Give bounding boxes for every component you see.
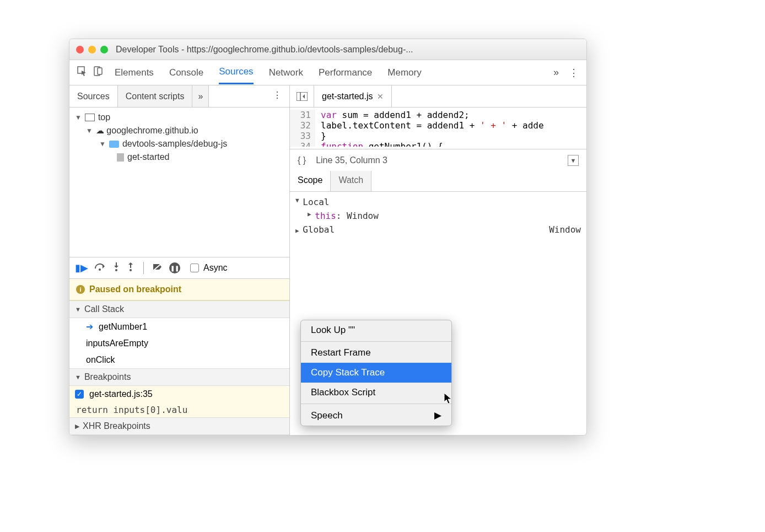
inspect-icon[interactable] — [77, 66, 87, 79]
cloud-icon: ☁ — [96, 126, 104, 136]
zoom-window-icon[interactable] — [100, 46, 108, 53]
ctx-lookup[interactable]: Look Up "" — [301, 320, 451, 340]
scope-tabs: Scope Watch — [290, 171, 586, 192]
ctx-restart-frame[interactable]: Restart Frame — [301, 343, 451, 363]
svg-rect-7 — [297, 92, 308, 101]
editor-statusbar: { } Line 35, Column 3 ▼ — [290, 149, 586, 171]
paused-text: Paused on breakpoint — [89, 284, 181, 294]
pretty-print-icon[interactable]: { } — [298, 155, 306, 165]
main-toolbar: Elements Console Sources Network Perform… — [69, 60, 586, 85]
code-editor[interactable]: 31var sum = addend1 + addend2; 32label.t… — [290, 108, 586, 149]
svg-point-5 — [130, 269, 132, 271]
file-icon — [117, 153, 124, 162]
xhr-breakpoints-header[interactable]: ▶XHR Breakpoints — [69, 417, 289, 435]
file-tree: ▼top ▼☁ googlechrome.github.io ▼devtools… — [69, 108, 289, 257]
tree-top[interactable]: ▼top — [75, 111, 284, 124]
minimize-window-icon[interactable] — [88, 46, 96, 53]
paused-banner: i Paused on breakpoint — [69, 279, 289, 300]
editor-tabs: get-started.js ✕ — [290, 85, 586, 108]
cursor-position: Line 35, Column 3 — [316, 155, 387, 165]
tree-file[interactable]: get-started — [75, 151, 284, 164]
subtab-more-icon[interactable]: » — [192, 85, 209, 107]
svg-rect-2 — [98, 68, 102, 74]
file-tab[interactable]: get-started.js ✕ — [314, 85, 392, 107]
tab-scope[interactable]: Scope — [290, 171, 331, 191]
breakpoint-checkbox[interactable]: ✓ — [75, 390, 84, 399]
step-into-icon[interactable] — [112, 262, 120, 273]
breakpoints-header[interactable]: ▼Breakpoints — [69, 368, 289, 386]
scope-this[interactable]: ▶ this: Window — [295, 209, 581, 223]
svg-point-3 — [99, 268, 101, 271]
stack-frame[interactable]: inputsAreEmpty — [69, 335, 289, 352]
ctx-copy-stack-trace[interactable]: Copy Stack Trace — [301, 363, 451, 383]
titlebar: Developer Tools - https://googlechrome.g… — [69, 39, 586, 60]
breakpoint-label: get-started.js:35 — [89, 389, 153, 399]
pause-on-exceptions-icon[interactable]: ❚❚ — [169, 262, 180, 273]
folder-icon — [109, 141, 119, 148]
deactivate-breakpoints-icon[interactable] — [153, 262, 163, 273]
traffic-lights — [76, 46, 108, 53]
call-stack-header[interactable]: ▼Call Stack — [69, 300, 289, 318]
tree-folder-label: devtools-samples/debug-js — [122, 139, 227, 149]
ctx-blackbox-script[interactable]: Blackbox Script — [301, 383, 451, 402]
tab-performance[interactable]: Performance — [319, 62, 372, 84]
navigator-pane: Sources Content scripts » ⋮ ▼top ▼☁ goog… — [69, 85, 290, 435]
tab-elements[interactable]: Elements — [115, 62, 154, 84]
window-title: Developer Tools - https://googlechrome.g… — [116, 45, 413, 55]
tree-file-label: get-started — [127, 152, 169, 162]
tree-folder[interactable]: ▼devtools-samples/debug-js — [75, 137, 284, 151]
panel-tabs: Elements Console Sources Network Perform… — [115, 61, 553, 84]
scope-local[interactable]: ▼ Local — [295, 195, 581, 209]
toggle-navigator-icon[interactable] — [290, 85, 314, 107]
async-toggle[interactable]: Async — [190, 263, 228, 273]
debugger-controls: ▮▶ ❚❚ Async — [69, 257, 289, 279]
tab-console[interactable]: Console — [169, 62, 203, 84]
subtab-sources[interactable]: Sources — [69, 85, 118, 107]
statusbar-dropdown-icon[interactable]: ▼ — [568, 155, 579, 166]
scope-global[interactable]: ▶ GlobalWindow — [295, 223, 581, 237]
device-toggle-icon[interactable] — [94, 66, 103, 79]
current-frame-icon: ➔ — [86, 321, 93, 332]
file-tab-label: get-started.js — [322, 92, 373, 101]
scope-panel: ▼ Local ▶ this: Window ▶ GlobalWindow — [290, 192, 586, 240]
svg-point-4 — [115, 269, 117, 271]
stack-frame[interactable]: onClick — [69, 352, 289, 368]
stack-frame-current[interactable]: ➔getNumber1 — [69, 318, 289, 335]
tab-network[interactable]: Network — [269, 62, 303, 84]
subtab-content-scripts[interactable]: Content scripts — [118, 85, 193, 107]
navigator-tabs: Sources Content scripts » ⋮ — [69, 85, 289, 108]
navigator-kebab-icon[interactable]: ⋮ — [265, 85, 289, 107]
settings-kebab-icon[interactable]: ⋮ — [569, 67, 579, 79]
info-icon: i — [76, 285, 85, 294]
tab-watch[interactable]: Watch — [331, 171, 371, 191]
tab-memory[interactable]: Memory — [387, 62, 421, 84]
resume-icon[interactable]: ▮▶ — [75, 262, 88, 274]
async-label: Async — [203, 263, 228, 273]
close-tab-icon[interactable]: ✕ — [377, 92, 384, 101]
step-over-icon[interactable] — [95, 263, 106, 273]
context-menu: Look Up "" Restart Frame Copy Stack Trac… — [300, 320, 452, 426]
tree-domain-label: googlechrome.github.io — [106, 126, 198, 136]
tree-domain[interactable]: ▼☁ googlechrome.github.io — [75, 124, 284, 137]
tab-sources[interactable]: Sources — [219, 61, 253, 84]
tree-top-label: top — [98, 112, 110, 122]
breakpoint-item[interactable]: ✓ get-started.js:35 — [69, 386, 289, 402]
more-panels-icon[interactable]: » — [553, 67, 559, 78]
step-out-icon[interactable] — [127, 262, 134, 273]
async-checkbox[interactable] — [190, 264, 199, 272]
close-window-icon[interactable] — [76, 46, 84, 53]
ctx-speech[interactable]: Speech▶ — [301, 405, 451, 426]
breakpoint-preview: return inputs[0].valu — [69, 402, 289, 417]
